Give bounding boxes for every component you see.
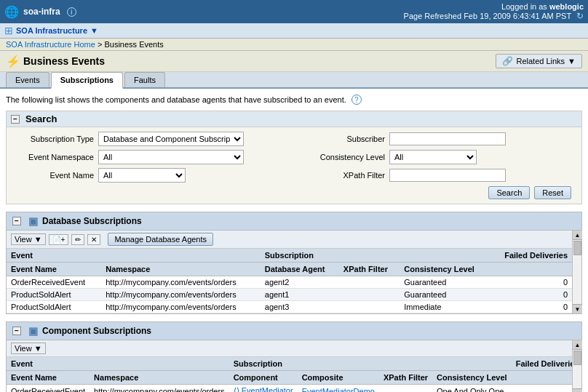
comp-subscriptions-table: Event Subscription Failed Deliveries Eve… (7, 357, 572, 392)
comp-scroll-thumb[interactable] (573, 351, 581, 365)
info-icon[interactable]: i (67, 7, 76, 17)
help-icon[interactable]: ? (351, 95, 362, 105)
soa-bar: ⊞ SOA Infrastructure ▼ (0, 23, 588, 39)
refresh-icon[interactable]: ↻ (576, 11, 584, 21)
db-row3-failed: 0 (490, 301, 572, 313)
event-namespace-select[interactable]: All (98, 150, 244, 164)
related-links-dropdown-icon: ▼ (568, 57, 576, 65)
db-edit-icon: ✏ (75, 236, 81, 244)
db-subscriptions-section: − ▣ Database Subscriptions View ▼ 📄+ ✏ (6, 212, 582, 314)
comp-col-composite: Composite (298, 371, 379, 385)
comp-scroll-track (573, 350, 581, 388)
db-row1-xpath (339, 276, 400, 289)
db-table-header-row: Event Subscription Failed Deliveries (7, 249, 572, 263)
comp-scroll-up[interactable]: ▲ (573, 340, 582, 350)
db-edit-button[interactable]: ✏ (71, 234, 84, 245)
db-subscriptions-collapse-icon[interactable]: − (12, 217, 21, 225)
comp-row1-component-icon: ⟨⟩ (234, 386, 239, 392)
consistency-level-select[interactable]: All Guaranteed Immediate One And Only On… (389, 150, 477, 164)
comp-row1-component-link[interactable]: EventMediator (242, 386, 293, 392)
comp-section-icon: ▣ (28, 325, 38, 337)
breadcrumb: SOA Infrastructure Home > Business Event… (0, 39, 588, 51)
subscriber-input[interactable] (389, 132, 506, 145)
xpath-filter-input[interactable] (389, 169, 506, 182)
subscriber-label: Subscriber (305, 135, 385, 143)
manage-db-agents-button[interactable]: Manage Database Agents (108, 233, 213, 246)
search-header[interactable]: − Search (7, 111, 581, 127)
db-scroll-down[interactable]: ▼ (573, 304, 582, 313)
db-add-button[interactable]: 📄+ (49, 234, 69, 245)
tabs-bar: Events Subscriptions Faults (0, 72, 588, 89)
comp-vertical-scrollbar[interactable]: ▲ ▼ (572, 340, 581, 392)
app-header: 🌐 soa-infra i Logged in as weblogic Page… (0, 0, 588, 23)
header-app-name: soa-infra (23, 7, 60, 17)
event-name-select[interactable]: All (98, 168, 186, 183)
tab-subscriptions[interactable]: Subscriptions (51, 72, 123, 89)
comp-view-dropdown[interactable]: View ▼ (11, 343, 46, 354)
comp-col-event-name: Event Name (7, 371, 90, 385)
db-subscriptions-table: Event Subscription Failed Deliveries Eve… (7, 249, 572, 313)
db-scroll-thumb[interactable] (573, 241, 581, 255)
event-name-label: Event Name (14, 171, 94, 180)
search-button[interactable]: Search (488, 186, 530, 199)
db-row1-agent: agent2 (261, 276, 339, 289)
db-scroll-up[interactable]: ▲ (573, 231, 582, 240)
consistency-level-col: Consistency Level All Guaranteed Immedia… (305, 150, 574, 164)
comp-section-table: View ▼ Event Subscription Failed Deliver… (7, 340, 572, 392)
page-refreshed: Page Refreshed Feb 19, 2009 6:43:41 AM P… (404, 12, 571, 20)
table-row: OrderReceivedEvent http://mycompany.com/… (7, 385, 572, 393)
comp-view-arrow: ▼ (34, 344, 42, 353)
comp-row1-failed: 2 (512, 385, 572, 393)
xpath-filter-label: XPath Filter (305, 171, 385, 180)
comp-scroll-down[interactable]: ▼ (573, 388, 582, 392)
comp-subscriptions-collapse-icon[interactable]: − (12, 327, 21, 335)
comp-row1-composite[interactable]: EventMediatorDemo (298, 385, 379, 393)
db-view-arrow: ▼ (34, 235, 42, 244)
db-vertical-scrollbar[interactable]: ▲ ▼ (572, 231, 581, 313)
tab-events[interactable]: Events (6, 72, 49, 87)
search-section: − Search Subscription Type Database and … (6, 111, 582, 204)
db-row2-xpath (339, 289, 400, 301)
comp-col-failed: Failed Deliveries (512, 357, 572, 371)
db-row2-failed: 0 (490, 289, 572, 301)
soa-bar-dropdown-icon[interactable]: ▼ (90, 26, 98, 35)
comp-toolbar: View ▼ (7, 340, 572, 357)
comp-row1-component[interactable]: ⟨⟩ EventMediator (229, 385, 298, 393)
comp-view-label: View (15, 344, 32, 353)
related-links-button[interactable]: 🔗 Related Links ▼ (496, 54, 582, 68)
link-icon: 🔗 (502, 56, 513, 66)
comp-row1-composite-link[interactable]: EventMediatorDemo (302, 387, 375, 393)
search-collapse-icon[interactable]: − (11, 115, 20, 124)
db-col-db-agent: Database Agent (261, 263, 339, 276)
event-namespace-label: Event Namespace (14, 153, 94, 161)
db-row3-agent: agent3 (261, 301, 339, 313)
comp-col-namespace: Namespace (90, 371, 229, 385)
reset-button[interactable]: Reset (534, 186, 571, 199)
db-col-failed-sub (490, 263, 572, 276)
soa-bar-label[interactable]: SOA Infrastructure (16, 26, 87, 35)
comp-subscriptions-title: Component Subscriptions (42, 326, 151, 336)
db-row2-consistency: Guaranteed (400, 289, 490, 301)
db-col-failed: Failed Deliveries (490, 249, 572, 263)
soa-icon: ⊞ (4, 25, 13, 36)
logged-in-label: Logged in as (501, 2, 547, 11)
xpath-filter-col: XPath Filter (305, 169, 574, 182)
page-title-text: Business Events (23, 55, 105, 67)
comp-subscriptions-section: − ▣ Component Subscriptions View ▼ Event… (6, 321, 582, 392)
subscription-type-select[interactable]: Database and Component Subscriptions Dat… (98, 132, 244, 146)
db-delete-button[interactable]: ✕ (87, 234, 100, 245)
table-row: ProductSoldAlert http://mycompany.com/ev… (7, 301, 572, 313)
comp-row1-xpath (379, 385, 432, 393)
db-col-event: Event (7, 249, 261, 263)
db-row3-event-name: ProductSoldAlert (7, 301, 101, 313)
db-row1-event-name: OrderReceivedEvent (7, 276, 101, 289)
info-text-content: The following list shows the components … (6, 95, 346, 104)
db-view-dropdown[interactable]: View ▼ (11, 233, 46, 245)
db-view-label: View (15, 235, 32, 244)
comp-col-failed-sub (512, 371, 572, 385)
table-row: ProductSoldAlert http://mycompany.com/ev… (7, 289, 572, 301)
breadcrumb-home[interactable]: SOA Infrastructure Home (6, 40, 95, 49)
db-scroll-track (573, 240, 581, 304)
tab-faults[interactable]: Faults (124, 72, 165, 87)
db-section-table: View ▼ 📄+ ✏ ✕ Manage Database Agents (7, 231, 572, 313)
